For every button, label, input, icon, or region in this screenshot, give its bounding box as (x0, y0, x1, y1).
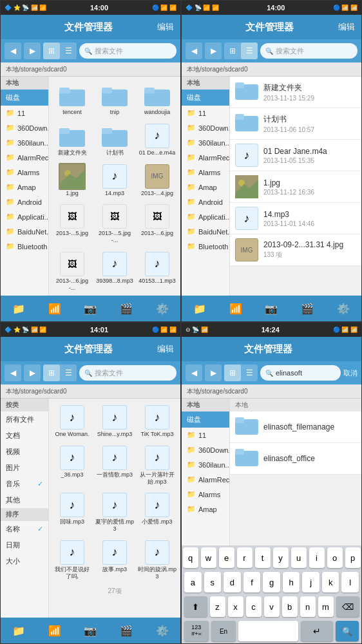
key-q[interactable]: q (183, 547, 198, 568)
search-bar-br[interactable]: 🔍 elinasoft (260, 365, 341, 381)
key-n[interactable]: n (300, 596, 316, 617)
sidebar-item-tl-1[interactable]: 📁 360Down... (1, 120, 48, 135)
sidebar-item-tr-8[interactable]: 📁 BaiduNet... (182, 224, 229, 239)
sidebar-item-tr-6[interactable]: 📁 Android (182, 194, 229, 209)
edit-btn-tl[interactable]: 编辑 (157, 21, 174, 33)
filter-item-bl-2[interactable]: 视频 (1, 444, 48, 460)
file-list-item-tr-3[interactable]: 1.jpg 2013-11-12 16:36 (230, 171, 361, 203)
back-btn-tr[interactable]: ◀ (186, 43, 202, 59)
sidebar-item-tr-1[interactable]: 📁 360Down... (182, 120, 229, 135)
list-view-btn-tr[interactable]: ☰ (241, 43, 258, 59)
file-item-tl-14[interactable]: ♪ 40153...1.mp3 (137, 248, 178, 294)
sidebar-item-br-4[interactable]: 📁 Alarms (182, 487, 229, 502)
key-lang[interactable]: En (211, 621, 236, 641)
key-p[interactable]: p (345, 547, 361, 568)
bottom-icon-gear-tr[interactable]: ⚙️ (337, 303, 350, 315)
key-m[interactable]: m (318, 596, 334, 617)
forward-btn-tr[interactable]: ▶ (205, 43, 222, 59)
back-btn-bl[interactable]: ◀ (5, 365, 21, 381)
file-item-bl-8[interactable]: ♪ 小爱情.mp3 (137, 489, 178, 535)
file-item-bl-6[interactable]: ♪ 回味.mp3 (52, 489, 93, 535)
file-list-item-tr-0[interactable]: 新建文件夹 2013-11-13 15:29 (230, 77, 361, 108)
key-c[interactable]: c (246, 596, 262, 617)
file-item-bl-5[interactable]: ♪ 从一片落叶开始.mp3 (137, 442, 178, 488)
sidebar-item-br-0[interactable]: 📁 11 (182, 428, 229, 442)
file-item-tl-12[interactable]: 🖼 2013-...6.jpg-... (52, 248, 93, 294)
key-t[interactable]: t (255, 547, 271, 568)
key-enter[interactable]: ↵ (301, 621, 333, 641)
bottom-icon-folder-bl[interactable]: 📁 (12, 625, 25, 637)
key-j[interactable]: j (302, 572, 319, 592)
key-search[interactable]: 🔍 (336, 621, 359, 641)
search-bar-tr[interactable]: 🔍 搜索文件 (260, 43, 357, 59)
grid-view-btn-br[interactable]: ⊞ (224, 365, 241, 381)
key-d[interactable]: d (224, 572, 241, 592)
back-btn-br[interactable]: ◀ (186, 365, 202, 381)
bottom-icon-folder-tr[interactable]: 📁 (193, 303, 206, 315)
bottom-icon-folder-tl[interactable]: 📁 (12, 303, 25, 315)
sidebar-item-br-1[interactable]: 📁 360Down... (182, 442, 229, 457)
sort-item-bl-1[interactable]: 日期 (1, 537, 48, 553)
bottom-icon-wifi-tr[interactable]: 📶 (229, 303, 242, 315)
file-item-tl-3[interactable]: 新建文件夹 (52, 120, 93, 159)
back-btn-tl[interactable]: ◀ (5, 43, 21, 59)
key-e[interactable]: e (219, 547, 234, 568)
sidebar-item-tl-4[interactable]: 📁 Alarms (1, 165, 48, 180)
search-result-br-0[interactable]: elinasoft_filemanage (230, 412, 361, 443)
grid-view-btn-tl[interactable]: ⊞ (43, 43, 60, 59)
bottom-icon-camera-bl[interactable]: 📷 (84, 625, 97, 637)
key-g[interactable]: g (263, 572, 280, 592)
file-item-tl-11[interactable]: 🖼 2013-...6.jpg (137, 200, 178, 247)
key-w[interactable]: w (201, 547, 216, 568)
file-item-bl-9[interactable]: ♪ 我们不是说好了吗. (52, 536, 93, 583)
filter-item-bl-5[interactable]: 其他 (1, 492, 48, 508)
bottom-icon-video-tl[interactable]: 🎬 (120, 303, 133, 315)
file-item-tl-1[interactable]: tnip (94, 79, 135, 118)
search-bar-bl[interactable]: 🔍 搜索文件 (79, 365, 176, 381)
file-item-tl-5[interactable]: ♪ 01 De...e.m4a (137, 120, 178, 159)
file-item-bl-1[interactable]: ♪ Shine...y.mp3 (94, 401, 135, 440)
file-item-bl-4[interactable]: ♪ 一首情歌.mp3 (94, 442, 135, 488)
grid-view-btn-tr[interactable]: ⊞ (224, 43, 241, 59)
key-l[interactable]: l (341, 572, 359, 592)
forward-btn-br[interactable]: ▶ (205, 365, 222, 381)
sidebar-item-tr-2[interactable]: 📁 360ilaun... (182, 135, 229, 150)
file-item-tl-4[interactable]: 计划书 (94, 120, 135, 159)
sidebar-item-tl-0[interactable]: 📁 11 (1, 106, 48, 120)
key-s[interactable]: s (204, 572, 222, 592)
sidebar-item-tl-5[interactable]: 📁 Amap (1, 180, 48, 194)
sidebar-disk-tr[interactable]: 磁盘 (182, 90, 229, 106)
sort-item-bl-0[interactable]: 名称 ✓ (1, 521, 48, 537)
bottom-icon-video-tr[interactable]: 🎬 (301, 303, 314, 315)
sidebar-item-tl-2[interactable]: 📁 360ilaun... (1, 135, 48, 150)
bottom-icon-wifi-bl[interactable]: 📶 (48, 625, 61, 637)
key-fn[interactable]: 123#+= (184, 621, 209, 641)
sidebar-item-tr-5[interactable]: 📁 Amap (182, 180, 229, 194)
forward-btn-tl[interactable]: ▶ (24, 43, 41, 59)
edit-btn-bl[interactable]: 编辑 (157, 343, 174, 355)
key-z[interactable]: z (210, 596, 225, 617)
sidebar-item-tl-7[interactable]: 📁 Applicati... (1, 209, 48, 224)
key-a[interactable]: a (184, 572, 202, 592)
file-item-bl-11[interactable]: ♪ 时间的旋涡.mp3 (137, 536, 178, 583)
edit-btn-tr[interactable]: 编辑 (338, 21, 355, 33)
sidebar-item-tr-4[interactable]: 📁 Alarms (182, 165, 229, 180)
key-k[interactable]: k (322, 572, 339, 592)
sidebar-item-tr-0[interactable]: 📁 11 (182, 106, 229, 120)
search-bar-tl[interactable]: 🔍 搜索文件 (79, 43, 176, 59)
file-list-item-tr-4[interactable]: ♪ 14.mp3 2013-11-01 14:46 (230, 203, 361, 234)
key-b[interactable]: b (282, 596, 298, 617)
key-f[interactable]: f (243, 572, 261, 592)
cancel-btn-br[interactable]: 取消 (343, 368, 357, 378)
filter-item-bl-3[interactable]: 图片 (1, 460, 48, 476)
sidebar-item-tl-6[interactable]: 📁 Android (1, 194, 48, 209)
file-item-tl-0[interactable]: tencent (52, 79, 93, 118)
file-list-item-tr-5[interactable]: IMG 2013-09-2...31.31 4.jpg 133 项 (230, 234, 361, 266)
search-result-br-1[interactable]: elinasoft_office (230, 443, 361, 475)
file-list-item-tr-1[interactable]: 计划书 2013-11-06 10:57 (230, 108, 361, 140)
filter-item-bl-0[interactable]: 所有文件 (1, 412, 48, 428)
key-u[interactable]: u (291, 547, 307, 568)
file-item-tl-8[interactable]: IMG 2013-...4.jpg (137, 160, 178, 200)
file-item-bl-3[interactable]: ♪ _36.mp3 (52, 442, 93, 488)
key-r[interactable]: r (237, 547, 252, 568)
